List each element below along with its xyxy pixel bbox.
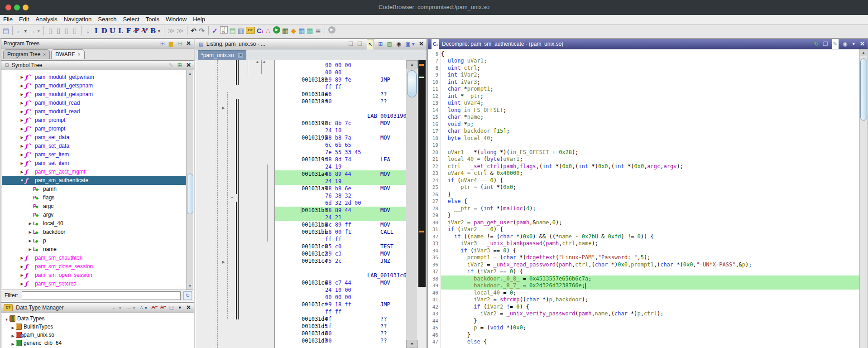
decompiled-line-33[interactable]: iVar3 = _unix_blankpasswd(pamh,ctrl,name…: [441, 240, 860, 247]
listing-row[interactable]: 0010318f90??: [275, 98, 407, 105]
scrollbar-thumb[interactable]: [187, 174, 193, 214]
undo-button[interactable]: ↶: [191, 26, 197, 36]
table1-button[interactable]: ▦: [298, 26, 305, 36]
menu-tools[interactable]: Tools: [143, 15, 163, 24]
listing-row[interactable]: 0010319548 b8 7aMOV: [275, 134, 407, 141]
diamond-button[interactable]: ◆: [290, 26, 297, 36]
run-script-button[interactable]: ▶: [273, 26, 280, 34]
edit-icon[interactable]: ✎: [832, 39, 839, 49]
listing-row[interactable]: 001031a448 89 44MOV: [275, 170, 407, 178]
paste-icon[interactable]: ❐: [358, 39, 363, 49]
listing-row[interactable]: ff ff: [275, 236, 407, 243]
listing-row[interactable]: 00 00: [275, 69, 407, 76]
tab-program-tree[interactable]: Program Tree×: [3, 49, 50, 59]
decompiled-line-26[interactable]: }: [441, 191, 860, 198]
listing-row[interactable]: 001031d700??: [275, 337, 407, 344]
export-button[interactable]: ▯: [63, 26, 70, 36]
window-mode-icon[interactable]: ⊟: [169, 303, 173, 313]
menu-file[interactable]: File: [0, 15, 16, 24]
expand-arrow-icon[interactable]: ▶: [19, 168, 25, 176]
decompiled-line-24[interactable]: if (uVar4 == 0) {: [441, 177, 860, 184]
save-button[interactable]: ▤: [3, 26, 9, 36]
filter-pointer-off-icon[interactable]: ↖: [152, 303, 156, 313]
listing-label-row[interactable]: LAB_00103190: [275, 112, 407, 120]
copy-icon[interactable]: ❐: [349, 39, 354, 49]
snapshot-icon[interactable]: ◉: [396, 39, 401, 49]
expand-arrow-icon[interactable]: ▶: [19, 150, 25, 159]
decompiled-line-39[interactable]: backdoor._8_7_ = 0x2d326d3238766e;: [441, 282, 860, 290]
close-panel-icon[interactable]: ✕: [186, 61, 191, 70]
symbol-pam-sm-setcred[interactable]: ▶ƒpam_sm_setcred: [2, 280, 186, 288]
scrollbar-thumb[interactable]: [860, 58, 867, 121]
back-caret[interactable]: ▾: [24, 26, 27, 36]
expand-arrow-icon[interactable]: ▶: [19, 254, 25, 262]
expand-arrow-icon[interactable]: ▼: [19, 176, 25, 185]
nav-back-icon[interactable]: ← ▾: [112, 303, 121, 313]
decompiled-line-34[interactable]: if (iVar3 == 0) {: [441, 247, 860, 255]
decompiled-line-14[interactable]: long in_FS_OFFSET;: [441, 107, 860, 114]
listing-row[interactable]: 24 19: [275, 178, 407, 185]
memory-map-button[interactable]: ▯: [47, 26, 53, 36]
expand-fields-icon[interactable]: ⊞: [378, 39, 383, 49]
data-type-u-button[interactable]: U: [109, 26, 115, 36]
data-type-l-button[interactable]: L: [117, 26, 124, 36]
symbol-pam-sm-open-session[interactable]: ▶ƒpam_sm_open_session: [2, 271, 186, 280]
tab-close-icon[interactable]: ×: [78, 52, 81, 57]
expand-arrow-icon[interactable]: ▶: [19, 73, 25, 82]
listing-row[interactable]: 001031904c 8b 7cMOV: [275, 120, 407, 127]
decompiled-line-35[interactable]: prompt1 = (char *)dcgettext("Linux-PAM",…: [441, 254, 860, 261]
listing-row[interactable]: ff ff: [275, 308, 407, 315]
forward-caret[interactable]: ▾: [37, 26, 40, 36]
menu-search[interactable]: Search: [95, 15, 120, 24]
expand-arrow-icon[interactable]: ▶: [10, 340, 16, 348]
decompiled-line-43[interactable]: iVar2 = _unix_verify_password(pamh,name,…: [441, 310, 860, 318]
expand-arrow-icon[interactable]: ▶: [10, 324, 16, 332]
highlight-marker[interactable]: [419, 231, 424, 232]
listing-view-button[interactable]: ▥: [238, 26, 244, 36]
listing-row[interactable]: 001031a948 b8 6eMOV: [275, 185, 407, 192]
decompiled-line-28[interactable]: __ptr = (int *)malloc(4);: [441, 205, 860, 213]
symbol-pam-sm-chauthtok[interactable]: ▶ƒpam_sm_chauthtok: [2, 254, 186, 262]
symbol-pam-sm-close-session[interactable]: ▶ƒpam_sm_close_session: [2, 262, 186, 271]
data-type-d-button[interactable]: D: [101, 26, 107, 36]
decompiled-line-12[interactable]: int *__ptr;: [441, 93, 860, 100]
symbol-flags[interactable]: P◆flags: [2, 193, 186, 202]
link-button[interactable]: ≫: [168, 26, 175, 36]
edit-icon[interactable]: ✎: [168, 61, 173, 70]
dropdown-icon[interactable]: ▼: [852, 39, 856, 49]
listing-row[interactable]: 6d 32 2d 00: [275, 199, 407, 207]
listing-row[interactable]: 24 19: [275, 163, 407, 170]
listing-row[interactable]: 0010319f48 8d 74LEA: [275, 156, 407, 163]
decompiled-line-45[interactable]: p = (void *)0x0;: [441, 324, 860, 332]
data-type-f-button[interactable]: F: [125, 26, 132, 36]
decompiled-line-36[interactable]: iVar2 = _unix_read_password(pamh,ctrl,(c…: [441, 261, 860, 269]
decompiled-line-15[interactable]: char *name;: [441, 114, 860, 121]
listing-label-row[interactable]: LAB_001031c6: [275, 272, 407, 279]
back-button[interactable]: ←: [16, 26, 23, 36]
symbol-pam-set-item[interactable]: ▶ƒ↷pam_set_item: [2, 159, 186, 168]
decompiled-line-9[interactable]: int iVar2;: [441, 72, 860, 79]
expand-arrow-icon[interactable]: ▶: [19, 133, 25, 142]
redo-button[interactable]: ↷: [199, 26, 205, 36]
listing-row[interactable]: 00 00 00: [275, 62, 407, 69]
listing-row[interactable]: 001031b84c 89 ffMOV: [275, 221, 407, 228]
close-panel-icon[interactable]: ✕: [186, 39, 191, 48]
dropdown-icon[interactable]: ▼: [178, 303, 182, 313]
listing-row[interactable]: ff ff: [275, 83, 407, 91]
decompiled-line-31[interactable]: if (iVar2 == 0) {: [441, 226, 860, 233]
symbol-pam-sm-authenticate[interactable]: ▼ƒpam_sm_authenticate: [2, 176, 186, 185]
listing-row[interactable]: 7e 55 33 45: [275, 149, 407, 156]
decompiled-line-40[interactable]: local_40 = 0;: [441, 290, 860, 297]
decompiled-line-27[interactable]: else {: [441, 198, 860, 205]
decompiled-line-20[interactable]: uVar1 = *(ulong *)(in_FS_OFFSET + 0x28);: [441, 149, 860, 156]
symbol-backdoor[interactable]: ▶L◆backdoor: [2, 228, 186, 237]
decompiled-line-19[interactable]: [441, 142, 860, 149]
close-panel-icon[interactable]: ✕: [186, 303, 191, 313]
expand-arrow-icon[interactable]: ▶: [19, 280, 25, 288]
dtm-pam-unix-so[interactable]: ▶✔pam_unix.so: [2, 332, 193, 340]
symbol-tree-button[interactable]: ∴: [265, 26, 271, 36]
dtm-generic-clib-64[interactable]: ▶generic_clib_64: [2, 340, 193, 348]
symbol-p[interactable]: ▶L◆p: [2, 237, 186, 245]
edit-listing-icon[interactable]: ▨: [387, 39, 392, 49]
listing-row[interactable]: 001031b348 89 44MOV: [275, 207, 407, 214]
